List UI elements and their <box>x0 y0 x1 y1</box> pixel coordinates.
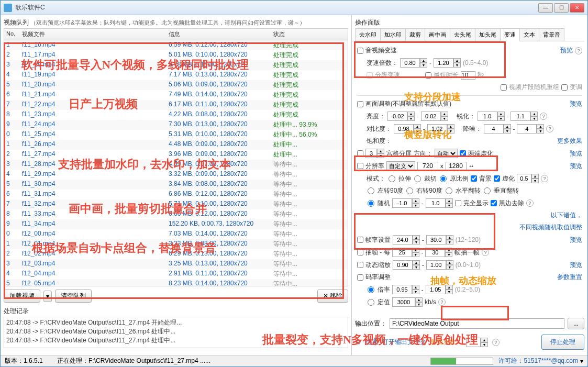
table-row[interactable]: 8f11_23.mp44.22 MB, 0:08.00, 1280x720处理完… <box>4 110 348 120</box>
brightness-to[interactable] <box>421 112 441 121</box>
tab-6[interactable]: 变速 <box>500 28 520 41</box>
tab-5[interactable]: 加头尾 <box>475 28 501 41</box>
speed-checkbox[interactable] <box>357 48 363 54</box>
col-info[interactable]: 信息 <box>169 30 273 38</box>
tab-8[interactable]: 背景音 <box>539 28 564 41</box>
rotate-left90-radio[interactable] <box>368 187 374 194</box>
table-row[interactable]: 5f11_30.mp43.84 MB, 0:08.00, 1280x720等待中… <box>4 180 348 190</box>
table-row[interactable]: 2f11_17.mp45.01 MB, 0:10.00, 1280x720处理完… <box>4 50 348 60</box>
rotate-from[interactable] <box>392 198 412 208</box>
close-button[interactable]: ✕ <box>570 3 584 13</box>
min-len-checkbox[interactable] <box>425 72 431 79</box>
maximize-button[interactable]: ☐ <box>554 3 569 13</box>
help-icon[interactable]: ? <box>492 339 500 346</box>
fps-from[interactable] <box>393 235 413 244</box>
crop-radio[interactable] <box>414 175 421 182</box>
gear-icon[interactable]: ⚙ <box>355 338 361 346</box>
license-label[interactable]: 许可给：51517****@qq.com <box>498 357 578 365</box>
remove-button[interactable]: ✕ 移除 <box>317 290 348 303</box>
bitrate-from[interactable] <box>392 285 412 294</box>
table-row[interactable]: 4f11_29.mp43.32 MB, 0:09.00, 1280x720等待中… <box>4 170 348 180</box>
bg-checkbox[interactable] <box>471 175 477 182</box>
table-row[interactable]: 6f11_31.mp46.86 MB, 0:12.00, 1280x720等待中… <box>4 190 348 199</box>
table-row[interactable]: 0f11_25.mp45.31 MB, 0:10.00, 1280x720处理中… <box>4 130 348 140</box>
minimize-button[interactable]: — <box>538 3 553 13</box>
tab-2[interactable]: 裁剪 <box>405 28 425 41</box>
col-status[interactable]: 状态 <box>273 30 336 38</box>
zoom-checkbox[interactable] <box>357 262 363 268</box>
col-file[interactable]: 视频文件 <box>22 30 169 38</box>
zoom-from[interactable] <box>393 260 413 270</box>
help-icon[interactable]: ? <box>526 199 534 207</box>
table-row[interactable]: 2f12_02.mp46.29 MB, 0:13.00, 1280x720等待中… <box>4 249 348 259</box>
twoend-checkbox[interactable] <box>460 150 466 157</box>
grid-dir-select[interactable]: 自动 <box>435 149 458 158</box>
tab-0[interactable]: 去水印 <box>355 28 381 41</box>
table-row[interactable]: 1f11_16.mp46.59 MB, 0:12.00, 1280x720处理完… <box>4 40 348 50</box>
min-len-input[interactable] <box>461 71 475 80</box>
sharpen-from[interactable] <box>478 112 497 121</box>
table-row[interactable]: 2f11_27.mp43.96 MB, 0:09.00, 1280x720处理中… <box>4 150 348 160</box>
res-height-input[interactable] <box>446 162 467 170</box>
help-icon[interactable]: ? <box>541 175 548 182</box>
grid-checkbox[interactable] <box>357 150 363 157</box>
fliph-radio[interactable] <box>446 187 452 194</box>
help-icon[interactable]: ? <box>540 113 547 120</box>
tab-4[interactable]: 去头尾 <box>450 28 475 41</box>
output-path-input[interactable] <box>390 318 564 329</box>
table-row[interactable]: 6f11_21.mp47.49 MB, 0:14.00, 1280x720处理完… <box>4 90 348 100</box>
rotate-right90-radio[interactable] <box>406 187 413 194</box>
sharpen-to[interactable] <box>511 112 530 121</box>
res-checkbox[interactable] <box>357 163 363 169</box>
open-output-link[interactable]: 打开输出文件夹 <box>382 338 426 347</box>
clear-queue-button[interactable]: 清空队列 <box>55 290 92 303</box>
more-effects-link[interactable]: 更多效果 <box>557 137 582 146</box>
help-icon[interactable]: ? <box>438 298 446 306</box>
dropdown-icon[interactable]: ▾ <box>43 291 52 302</box>
fission-count-input[interactable] <box>466 338 481 347</box>
help-icon[interactable]: ? <box>575 47 582 54</box>
fullshow-checkbox[interactable] <box>455 200 461 206</box>
adjust-checkbox[interactable] <box>357 101 363 107</box>
pitch-checkbox[interactable] <box>561 84 568 91</box>
table-row[interactable]: 5f12_05.mp48.23 MB, 0:14.00, 1280x720等待中… <box>4 279 348 286</box>
help-icon[interactable]: ? <box>482 249 489 256</box>
res-preview-link[interactable]: 预览 <box>570 162 582 171</box>
reset-params-link[interactable]: 参数重置 <box>557 273 582 282</box>
denoise-to[interactable] <box>517 124 537 134</box>
draw-checkbox[interactable] <box>357 249 363 255</box>
speed-preview-link[interactable]: 预览 <box>560 46 573 55</box>
flipv-radio[interactable] <box>484 187 491 194</box>
table-row[interactable]: 1f11_26.mp44.48 MB, 0:09.00, 1280x720处理中… <box>4 140 348 150</box>
brightness-from[interactable] <box>387 112 407 121</box>
load-video-button[interactable]: 加载视频 <box>4 290 40 303</box>
table-row[interactable]: 3f11_28.mp44.59 MB, 0:07.00, 1280x720等待中… <box>4 160 348 170</box>
tab-1[interactable]: 加水印 <box>380 28 406 41</box>
bitrate-fixed-radio[interactable] <box>368 299 374 306</box>
blur-value[interactable] <box>517 174 531 183</box>
zoom-preview-link[interactable]: 预览 <box>570 261 582 270</box>
tab-7[interactable]: 文本 <box>519 28 539 41</box>
table-row[interactable]: 8f11_33.mp46.66 MB, 0:12.00, 1280x720等待中… <box>4 209 348 219</box>
bitrate-checkbox[interactable] <box>357 274 363 281</box>
table-row[interactable]: 7f11_32.mp45.71 MB, 0:10.00, 1280x720等待中… <box>4 199 348 209</box>
draw-from[interactable] <box>392 248 412 257</box>
speed-from-input[interactable] <box>400 58 420 68</box>
bitrate-rate-radio[interactable] <box>368 286 374 293</box>
tab-3[interactable]: 画中画 <box>425 28 450 41</box>
random-regroup-checkbox[interactable] <box>501 84 507 91</box>
options-link[interactable]: 选项 <box>365 338 378 347</box>
grid-preview-link[interactable]: 预览 <box>570 149 582 158</box>
table-row[interactable]: 4f11_19.mp47.17 MB, 0:13.00, 1280x720处理完… <box>4 70 348 80</box>
stop-processing-button[interactable]: 停止处理 <box>541 335 584 350</box>
adjust-preview-link[interactable]: 预览 <box>570 99 582 108</box>
contrast-from[interactable] <box>394 124 414 134</box>
table-row[interactable]: 9f11_34.mp4152.20 KB, 0:00.73, 1280x720等… <box>4 219 348 229</box>
bitrate-fixed-value[interactable] <box>392 297 415 307</box>
help-icon[interactable]: ? <box>546 125 553 132</box>
table-row[interactable]: 0f12_00.mp47.03 MB, 0:14.00, 1280x720等待中… <box>4 229 348 239</box>
table-row[interactable]: 5f11_20.mp45.06 MB, 0:09.00, 1280x720处理完… <box>4 80 348 90</box>
table-row[interactable]: 4f12_04.mp42.91 MB, 0:11.00, 1280x720等待中… <box>4 269 348 279</box>
draw-to[interactable] <box>425 248 445 257</box>
table-row[interactable]: 9f11_24.mp47.30 MB, 0:13.00, 1280x720处理中… <box>4 120 348 130</box>
